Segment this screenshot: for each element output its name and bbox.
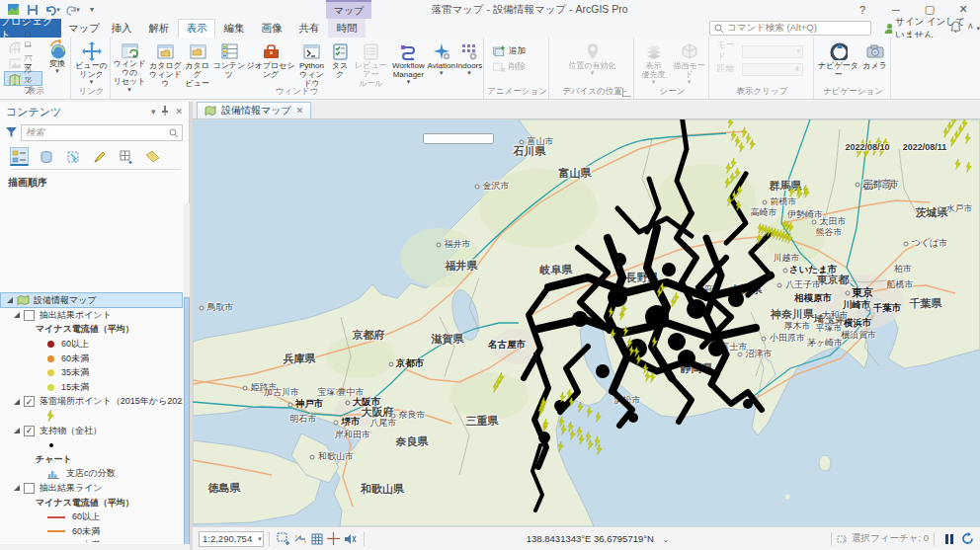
undo-dropdown-icon[interactable]: ▾ — [56, 6, 60, 14]
pane-menu-chevron-icon[interactable]: ▾ — [151, 107, 156, 117]
camera-icon — [866, 41, 884, 61]
list-by-snapping-button[interactable] — [117, 147, 135, 166]
ribbon-tab-共有[interactable]: 共有 — [290, 19, 328, 38]
extent-tool-icon[interactable] — [275, 531, 291, 547]
ribbon-button-カタログビュー[interactable]: カタログ ビュー — [183, 39, 212, 89]
lightning-point — [499, 372, 504, 382]
pause-drawing-button[interactable] — [945, 534, 953, 544]
layer-checkbox[interactable]: ✓ — [24, 396, 35, 407]
layer-tree: 設備情報マップ抽出結果ポイントマイナス電流値（平均）60以上60未満35未満15… — [0, 292, 183, 542]
ribbon-tab-時間[interactable]: 時間 — [328, 19, 366, 38]
expander-icon[interactable] — [7, 297, 13, 303]
notifications-bell-icon[interactable] — [950, 21, 961, 35]
ribbon-group-label: リンク — [73, 86, 110, 98]
ribbon-button-ウィンドウのリセット[interactable]: ウィンドウの リセット▼ — [111, 39, 148, 89]
ribbon-button-追加[interactable]: 追加 — [488, 43, 546, 58]
sign-in-status[interactable]: サイン インしていません ▾ — [884, 20, 980, 37]
ribbon-tab-編集[interactable]: 編集 — [215, 19, 253, 38]
coordinates-readout[interactable]: 138.8431343°E 36.6795719°N ⌄ — [369, 533, 826, 544]
refresh-icon[interactable] — [959, 531, 976, 547]
expander-icon[interactable] — [14, 312, 20, 318]
audio-tool-icon[interactable] — [342, 531, 359, 547]
map-date-label: 2022/08/10 — [845, 142, 889, 152]
lightning-point — [636, 354, 641, 364]
ribbon-button-ジオプロセシング[interactable]: ジオプロセシング — [246, 39, 295, 89]
ribbon-tab-表示[interactable]: 表示 — [178, 19, 215, 38]
crosshair-tool-icon[interactable] — [325, 531, 342, 547]
pane-close-icon[interactable]: ✕ — [175, 107, 183, 117]
ribbon-tab-マップ[interactable]: マップ — [65, 19, 103, 38]
window-title: 落雷マップ - 設備情報マップ - ArcGIS Pro — [391, 0, 668, 19]
collapse-ribbon-button[interactable]: ∧ — [967, 21, 974, 31]
ribbon-button-Indoors[interactable]: Indoors▼ — [455, 39, 483, 89]
map-overlay-box — [423, 133, 494, 144]
expander-icon[interactable] — [14, 485, 20, 491]
expander-icon[interactable] — [14, 399, 20, 405]
ribbon-button-コンテンツ[interactable]: コンテンツ — [212, 39, 247, 89]
aviation-icon — [433, 41, 450, 61]
layer-checkbox[interactable] — [24, 310, 35, 321]
layer-checkbox[interactable]: ✓ — [24, 426, 35, 436]
lightning-point — [588, 439, 593, 449]
scale-combobox[interactable]: 1:2,290,754 ▾ — [199, 531, 264, 547]
layer-row[interactable]: 抽出結果ライン — [0, 481, 183, 496]
lightning-point — [943, 127, 948, 137]
ribbon-button-タスク[interactable]: タスク — [328, 39, 353, 89]
layer-row[interactable]: ✓落雷場所ポイント（2015年から2022年8月） — [0, 395, 183, 410]
help-button[interactable]: ? — [846, 0, 879, 19]
layer-label: 抽出結果ポイント — [40, 309, 112, 322]
list-by-selection-button[interactable] — [63, 147, 82, 166]
tab-close-icon[interactable]: ✕ — [296, 106, 304, 116]
search-icon — [169, 128, 178, 137]
lightning-point — [732, 191, 737, 200]
catalogview-icon — [189, 41, 206, 61]
layer-row-map[interactable]: 設備情報マップ — [0, 292, 183, 308]
legend-item: 60未満 — [0, 524, 183, 539]
command-search-input[interactable]: コマンド検索 (Alt+Q) — [709, 21, 871, 36]
catalogpane-icon — [156, 41, 174, 61]
lightning-point — [674, 292, 679, 302]
ribbon-button-Aviation[interactable]: Aviation▼ — [428, 39, 455, 89]
chart-item[interactable]: 支店cの分数 — [0, 467, 183, 482]
ribbon-group-シーン: 表示 優先度▼描画モード▼シーン — [636, 38, 709, 99]
list-by-data-source-button[interactable] — [37, 147, 55, 166]
tasks-icon — [331, 41, 349, 61]
layer-checkbox[interactable] — [24, 483, 35, 494]
ribbon-button-ビューのリンク[interactable]: ビューの リンク▼ — [74, 39, 110, 89]
ribbon-button-WorkflowManager[interactable]: Workflow Manager▼ — [389, 39, 427, 89]
ribbon-tab-画像[interactable]: 画像 — [253, 19, 290, 38]
contents-search-input[interactable]: 検索 — [21, 124, 183, 141]
layer-row[interactable]: 抽出結果ポイント — [0, 308, 183, 323]
map-canvas[interactable]: 石川県富山県福井県岐阜県長野県栃木県群馬県茨城県埼玉県山梨県東京都神奈川県千葉県… — [193, 119, 980, 526]
map2d-icon — [8, 72, 21, 85]
ribbon-tab-解析[interactable]: 解析 — [140, 19, 178, 38]
ribbon-button-カタログウィンドウ[interactable]: カタログ ウィンドウ — [148, 39, 183, 89]
ribbon-button-変換[interactable]: 変換▼ — [44, 38, 70, 87]
selection-tool-icon[interactable] — [291, 531, 308, 547]
ribbon-group-label: ウィンドウ — [111, 86, 483, 98]
redo-button[interactable]: ▾ — [63, 2, 81, 18]
lightning-point — [736, 200, 741, 210]
sidebar-bottom-strip — [0, 544, 190, 550]
contents-icon — [220, 41, 238, 61]
grid-tool-icon[interactable] — [308, 531, 325, 547]
ribbon-button-ナビゲーター[interactable]: ナビゲーター — [817, 39, 860, 89]
layer-row[interactable]: ✓支持物（全社） — [0, 424, 183, 438]
ribbon-button-Pythonウィンドウ[interactable]: Python ウィンドウ — [295, 39, 328, 89]
list-by-labeling-button[interactable] — [143, 147, 162, 166]
lightning-point — [609, 307, 613, 317]
ribbon-button-カメラ[interactable]: カメラ — [860, 39, 890, 89]
expander-icon[interactable] — [14, 428, 20, 433]
lightning-point — [558, 441, 563, 451]
list-by-drawing-order-button[interactable] — [10, 147, 29, 166]
command-search-placeholder: コマンド検索 (Alt+Q) — [727, 22, 817, 35]
list-by-editing-button[interactable] — [90, 147, 109, 166]
lightning-points-layer — [193, 119, 980, 526]
ribbon-tab-挿入[interactable]: 挿入 — [103, 19, 140, 38]
map-tab-icon — [204, 105, 216, 117]
pane-pin-icon[interactable] — [161, 106, 169, 118]
filter-icon[interactable] — [6, 127, 17, 138]
redo-dropdown-icon[interactable]: ▾ — [76, 6, 80, 14]
map-view-tab[interactable]: 設備情報マップ ✕ — [197, 102, 311, 118]
qat-customize-button[interactable]: ▾ — [83, 2, 101, 18]
